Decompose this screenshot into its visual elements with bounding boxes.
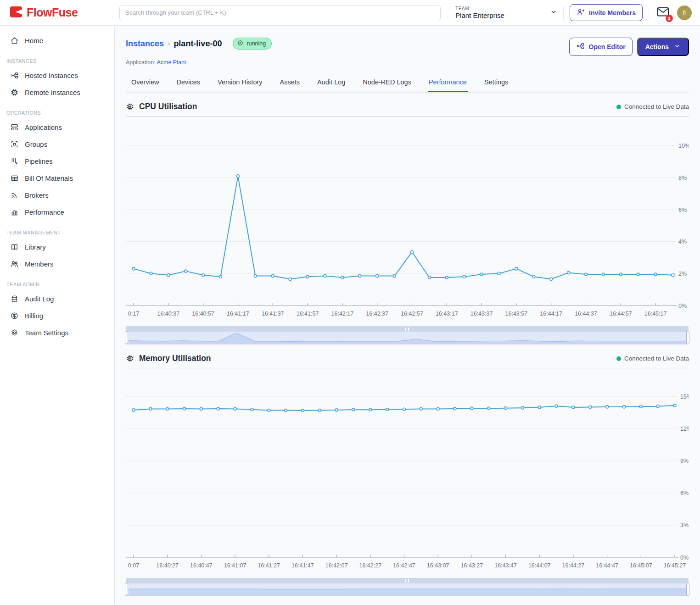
- sidebar-item-billing[interactable]: Billing: [0, 307, 114, 324]
- sidebar-item-pipelines[interactable]: Pipelines: [0, 153, 114, 170]
- minimap-drag-bar[interactable]: [126, 578, 689, 583]
- y-axis-label: 0%: [678, 303, 687, 309]
- open-editor-label: Open Editor: [589, 43, 626, 50]
- data-point: [289, 278, 291, 281]
- x-axis-label: 16:42:37: [366, 311, 388, 317]
- tab-node-red-logs[interactable]: Node-RED Logs: [362, 74, 412, 92]
- x-axis-label: 16:44:17: [540, 311, 562, 317]
- data-point: [271, 275, 274, 278]
- tab-version-history[interactable]: Version History: [217, 74, 263, 92]
- sidebar-item-label: Pipelines: [25, 157, 53, 165]
- search-input[interactable]: [119, 6, 441, 20]
- minimap-left-handle[interactable]: [125, 583, 128, 596]
- audit-log-icon: [10, 294, 19, 303]
- sidebar-item-hosted-instances[interactable]: Hosted Instances: [0, 67, 114, 84]
- sidebar-item-groups[interactable]: Groups: [0, 136, 114, 153]
- actions-label: Actions: [645, 43, 669, 50]
- sidebar-item-team-settings[interactable]: Team Settings: [0, 324, 114, 341]
- data-point: [454, 407, 456, 410]
- minimap-window[interactable]: [126, 332, 689, 344]
- invite-members-button[interactable]: Invite Members: [570, 4, 643, 21]
- x-axis-label: 16:41:17: [227, 311, 249, 317]
- data-point: [619, 273, 622, 276]
- minimap-right-handle[interactable]: [686, 331, 689, 344]
- breadcrumb-separator: ›: [168, 39, 170, 48]
- application-link[interactable]: Acme Plant: [157, 59, 186, 66]
- x-axis-label: 16:40:27: [156, 562, 179, 569]
- tab-overview[interactable]: Overview: [130, 74, 160, 92]
- data-point: [341, 276, 344, 279]
- data-point: [167, 274, 170, 277]
- performance-icon: [10, 208, 19, 216]
- sidebar-section-team-management: TEAM MANAGEMENT: [0, 221, 114, 239]
- sidebar-item-performance[interactable]: Performance: [0, 204, 114, 221]
- team-selector[interactable]: TEAM: Plant Enterprise: [455, 6, 557, 19]
- data-point: [251, 408, 253, 411]
- cpu-utilisation-section: CPU UtilisationConnected to Live Data0%2…: [126, 102, 689, 344]
- y-axis-label: 10%: [678, 143, 689, 149]
- sidebar: HomeINSTANCESHosted InstancesRemote Inst…: [0, 26, 115, 605]
- x-axis-label: 16:41:57: [297, 311, 319, 317]
- chart-line: [134, 176, 673, 279]
- play-circle-icon: [237, 39, 244, 48]
- chart-title: Memory Utilisation: [126, 354, 211, 363]
- x-axis-label: 16:42:17: [331, 311, 354, 317]
- sidebar-item-label: Billing: [25, 312, 43, 320]
- data-point: [463, 275, 465, 278]
- sidebar-item-label: Applications: [25, 123, 62, 131]
- sidebar-item-label: Home: [25, 37, 43, 44]
- x-axis-label: 16:44:47: [596, 562, 618, 569]
- application-line: Application: Acme Plant: [126, 59, 689, 66]
- sidebar-item-applications[interactable]: Applications: [0, 119, 114, 136]
- editor-icon: [576, 42, 585, 52]
- x-axis-label: 16:44:37: [575, 311, 597, 317]
- team-name: Plant Enterprise: [455, 11, 504, 19]
- data-point: [202, 274, 205, 277]
- x-axis-label: 16:44:27: [562, 562, 585, 569]
- x-axis-label: 16:43:17: [436, 311, 458, 317]
- flowfuse-logo[interactable]: FlowFuse: [0, 5, 115, 21]
- data-point: [428, 276, 431, 279]
- sidebar-item-bill-of-materials[interactable]: Bill Of Materials: [0, 170, 114, 187]
- minimap-left-handle[interactable]: [125, 331, 128, 344]
- minimap-window[interactable]: [126, 583, 689, 596]
- minimap-right-handle[interactable]: [686, 583, 689, 596]
- minimap-drag-bar[interactable]: [126, 326, 689, 332]
- x-axis-label: 16:42:57: [401, 311, 423, 317]
- breadcrumb-instances-link[interactable]: Instances: [126, 39, 164, 49]
- data-point: [335, 409, 338, 411]
- data-point: [555, 405, 558, 407]
- topbar-right: TEAM: Plant Enterprise Invite Members 2 …: [449, 4, 700, 21]
- x-axis-label: 16:41:37: [262, 311, 284, 317]
- data-point: [132, 267, 135, 270]
- data-point: [386, 408, 389, 411]
- data-point: [672, 274, 674, 277]
- x-axis-label: 16:43:37: [470, 311, 493, 317]
- tab-performance[interactable]: Performance: [428, 74, 468, 92]
- sidebar-item-brokers[interactable]: Brokers: [0, 187, 114, 204]
- tab-audit-log[interactable]: Audit Log: [316, 74, 346, 92]
- data-point: [150, 272, 152, 275]
- sidebar-item-label: Groups: [25, 140, 47, 148]
- status-badge: running: [233, 38, 272, 50]
- actions-button[interactable]: Actions: [637, 38, 689, 56]
- data-point: [637, 273, 639, 276]
- memory-utilisation-chart: 0%3%6%9%12%15%0:0716:40:2716:40:4716:41:…: [126, 369, 689, 574]
- tab-devices[interactable]: Devices: [175, 74, 201, 92]
- avatar[interactable]: fl: [677, 6, 692, 20]
- cpu-chip-icon: [126, 102, 134, 111]
- live-status-dot: [616, 105, 621, 109]
- sidebar-item-remote-instances[interactable]: Remote Instances: [0, 84, 114, 101]
- sidebar-item-home[interactable]: Home: [0, 32, 114, 49]
- x-axis-label: 16:42:07: [325, 562, 348, 569]
- open-editor-button[interactable]: Open Editor: [569, 38, 633, 56]
- tab-assets[interactable]: Assets: [279, 74, 301, 92]
- breadcrumb: Instances › plant-live-00 running: [126, 38, 272, 50]
- sidebar-item-members[interactable]: Members: [0, 255, 114, 272]
- y-axis-label: 6%: [678, 207, 687, 213]
- sidebar-item-library[interactable]: Library: [0, 239, 114, 255]
- sidebar-item-audit-log[interactable]: Audit Log: [0, 290, 114, 307]
- tab-settings[interactable]: Settings: [483, 74, 509, 92]
- x-axis-label: 16:43:47: [494, 562, 517, 569]
- notifications-button[interactable]: 2: [657, 7, 669, 19]
